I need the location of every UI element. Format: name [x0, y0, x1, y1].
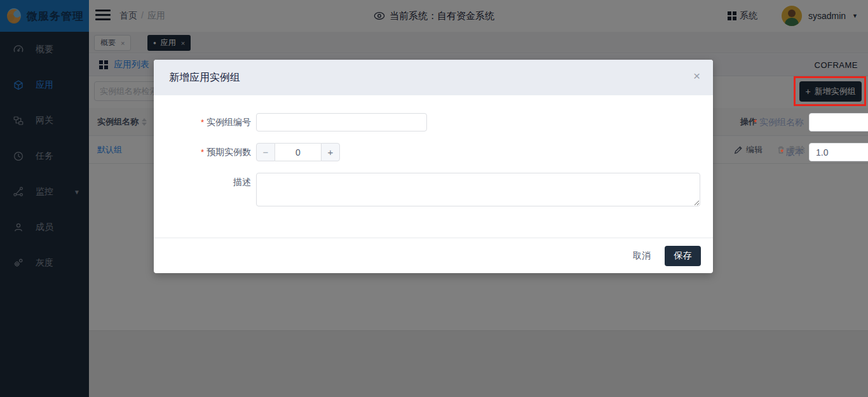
expected-instances-input[interactable]	[275, 143, 321, 161]
instance-group-name-input[interactable]	[809, 113, 868, 131]
instance-group-code-input[interactable]	[256, 113, 427, 131]
field-label-version: *版本	[707, 147, 804, 158]
app-window: 微服务管理 首页/应用 当前系统：自有资金系统 系统 sysadmin ▼	[0, 0, 868, 397]
required-mark: *	[201, 147, 204, 157]
required-mark: *	[780, 147, 783, 157]
cancel-button[interactable]: 取消	[633, 250, 651, 262]
description-textarea[interactable]	[256, 173, 700, 206]
close-icon[interactable]: ×	[693, 70, 700, 82]
modal-header: 新增应用实例组 ×	[154, 60, 713, 95]
new-instance-group-modal: 新增应用实例组 × *实例组编号 *实例组名称 *预期实例数	[154, 60, 713, 273]
required-mark: *	[201, 118, 204, 127]
modal-footer: 取消 保存	[154, 238, 713, 273]
increment-button[interactable]: +	[321, 143, 340, 161]
expected-instances-stepper: − +	[256, 143, 340, 161]
required-mark: *	[754, 118, 757, 127]
field-label-code: *实例组编号	[154, 117, 251, 128]
field-label-expected: *预期实例数	[154, 147, 251, 158]
modal-body: *实例组编号 *实例组名称 *预期实例数 − +	[154, 95, 713, 238]
field-label-name: *实例组名称	[707, 117, 804, 128]
decrement-button[interactable]: −	[256, 143, 275, 161]
save-button[interactable]: 保存	[665, 246, 701, 266]
field-label-description: 描述	[154, 177, 251, 188]
modal-title: 新增应用实例组	[169, 71, 240, 84]
version-input[interactable]	[809, 143, 868, 161]
